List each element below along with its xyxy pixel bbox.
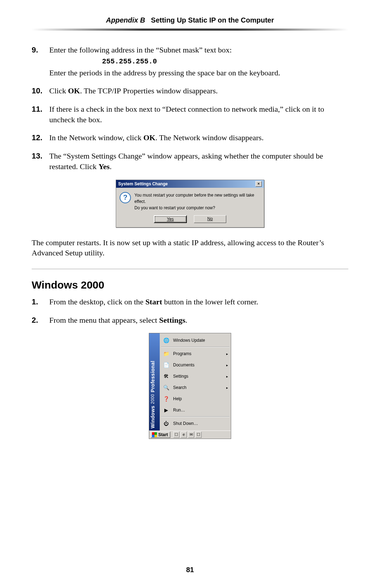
yes-button[interactable]: Yes (154, 215, 187, 223)
step-text: The “System Settings Change” window appe… (49, 151, 323, 171)
chevron-right-icon: ▸ (226, 386, 228, 390)
dialog-titlebar: System Settings Change × (116, 180, 264, 188)
step-text: If there is a check in the box next to “… (49, 104, 348, 125)
smallcaps-tcpip: TCP/IP (98, 86, 121, 95)
tray-icon[interactable]: e (180, 432, 187, 438)
step-13: 13. The “System Settings Change” window … (32, 151, 348, 172)
menu-item-label: Help (173, 396, 182, 401)
search-icon: 🔍 (163, 384, 170, 391)
run-icon: ▶ (163, 407, 170, 414)
step-9: 9. Enter the following address in the “S… (32, 45, 348, 78)
menu-item-label: Search (173, 385, 186, 390)
bold-ok: OK (68, 86, 80, 95)
start-menu: Windows 2000 Professional 🌐 Windows Upda… (149, 333, 231, 439)
close-icon[interactable]: × (255, 181, 262, 187)
windows-flag-icon (152, 432, 157, 437)
menu-item-label: Windows Update (173, 338, 205, 343)
chevron-right-icon: ▸ (226, 352, 228, 356)
step-number: 13. (32, 151, 49, 172)
step-text: From the menu that appears, select (49, 316, 159, 324)
tray-icon[interactable]: ☐ (173, 432, 179, 438)
chevron-right-icon: ▸ (226, 375, 228, 378)
step-b2: 2. From the menu that appears, select Se… (32, 315, 348, 326)
stripe-professional: Professional (150, 361, 156, 392)
dialog-title-text: System Settings Change (118, 181, 168, 186)
stripe-windows: Windows (150, 406, 156, 428)
dialog-line2: Do you want to restart your computer now… (134, 205, 215, 210)
windows-2000-heading: Windows 2000 (32, 279, 348, 291)
header-rule (32, 29, 348, 31)
menu-item-label: Programs (173, 351, 191, 356)
menu-item-run[interactable]: ▶ Run… (160, 404, 231, 416)
tray-icon[interactable]: ☐ (195, 432, 202, 438)
step-12: 12. In the Network window, click OK. The… (32, 132, 348, 143)
smallcaps-ip: IP (192, 238, 199, 247)
step-10: 10. Click OK. The TCP/IP Properties wind… (32, 86, 348, 96)
start-menu-stripe: Windows 2000 Professional (149, 333, 160, 431)
step-text: . (185, 316, 188, 324)
folder-icon: 📁 (163, 350, 170, 357)
bold-start: Start (145, 297, 162, 306)
bold-ok: OK (143, 133, 155, 142)
chevron-right-icon: ▸ (226, 363, 228, 367)
step-number: 12. (32, 132, 49, 143)
step-text: . The Network window disappears. (156, 133, 264, 142)
menu-item-label: Shut Down… (173, 421, 198, 426)
menu-item-shutdown[interactable]: ⏻ Shut Down… (160, 418, 231, 429)
power-icon: ⏻ (163, 420, 170, 427)
menu-item-documents[interactable]: 📄 Documents ▸ (160, 359, 231, 371)
page-number: 81 (0, 566, 380, 574)
start-menu-items: 🌐 Windows Update 📁 Programs ▸ 📄 Document… (160, 333, 231, 431)
step-11: 11. If there is a check in the box next … (32, 104, 348, 125)
menu-item-label: Settings (173, 374, 188, 379)
menu-item-label: Documents (173, 363, 195, 367)
start-button[interactable]: Start (151, 432, 170, 438)
step-text: Enter the following address in the “Subn… (49, 45, 232, 54)
menu-item-programs[interactable]: 📁 Programs ▸ (160, 348, 231, 359)
start-button-label: Start (158, 432, 168, 437)
question-icon: ? (120, 192, 131, 203)
menu-separator (161, 416, 229, 417)
tray-icon[interactable]: ✉ (188, 432, 194, 438)
bold-settings: Settings (159, 316, 185, 324)
system-settings-dialog: System Settings Change × ? You must rest… (116, 180, 264, 228)
step-number: 2. (32, 315, 49, 326)
no-button[interactable]: No (194, 215, 226, 223)
stripe-2000: 2000 (150, 394, 155, 404)
step-text: Enter the periods in the address by pres… (49, 68, 280, 77)
step-number: 10. (32, 86, 49, 96)
step-text: In the Network window, click (49, 133, 143, 142)
running-header: Appendix B Setting Up Static IP on the C… (32, 14, 348, 29)
step-text: From the desktop, click on the (49, 297, 145, 306)
step-text: . (110, 162, 112, 171)
step-number: 1. (32, 297, 49, 307)
settings-icon: 🛠 (163, 373, 170, 380)
quick-launch-tray: ☐ e ✉ ☐ (173, 432, 202, 438)
subnet-mask-value: 255.255.255.0 (102, 57, 348, 66)
step-number: 9. (32, 45, 49, 78)
header-title: Setting Up Static IP on the Computer (151, 16, 274, 24)
menu-item-settings[interactable]: 🛠 Settings ▸ (160, 371, 231, 382)
bold-yes: Yes (99, 162, 110, 171)
step-text: button in the lower left corner. (162, 297, 258, 306)
taskbar: Start ☐ e ✉ ☐ (149, 431, 231, 439)
dialog-line1: You must restart your computer before th… (134, 193, 254, 204)
menu-separator (161, 347, 229, 347)
menu-item-windows-update[interactable]: 🌐 Windows Update (160, 335, 231, 346)
globe-icon: 🌐 (163, 337, 170, 344)
menu-item-search[interactable]: 🔍 Search ▸ (160, 382, 231, 393)
step-text: Properties window disappears. (121, 86, 218, 95)
document-icon: 📄 (163, 361, 170, 369)
menu-item-help[interactable]: ❓ Help (160, 393, 231, 404)
paragraph-text: The computer restarts. It is now set up … (32, 238, 192, 247)
step-text: Click (49, 86, 68, 95)
steps-list-upper: 9. Enter the following address in the “S… (32, 45, 348, 172)
appendix-label: Appendix B (106, 16, 145, 24)
section-divider (32, 269, 348, 269)
steps-list-lower: 1. From the desktop, click on the Start … (32, 297, 348, 325)
menu-item-label: Run… (173, 408, 185, 413)
help-icon: ❓ (163, 395, 170, 402)
step-text: . The (80, 86, 97, 95)
dialog-message: You must restart your computer before th… (134, 192, 260, 211)
after-dialog-paragraph: The computer restarts. It is now set up … (32, 237, 348, 258)
